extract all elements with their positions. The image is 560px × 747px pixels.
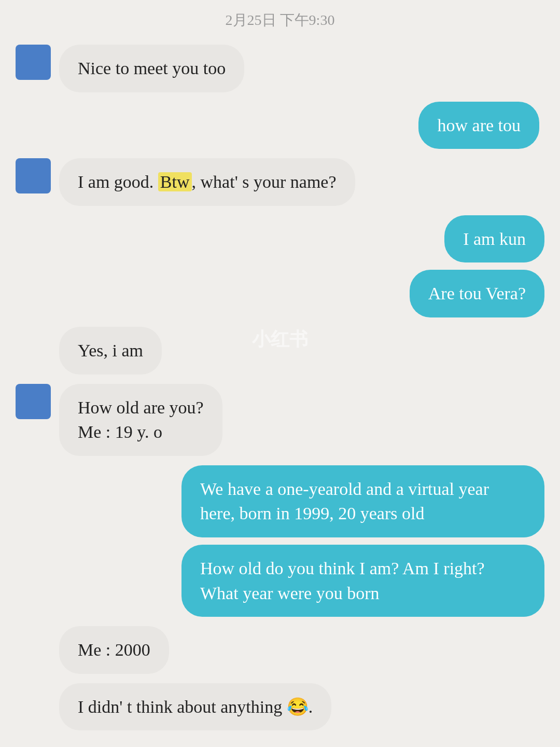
message-bubble: Me : 2000 xyxy=(59,626,169,674)
message-row: Nice to meet you too xyxy=(16,45,544,92)
message-row: how are tou xyxy=(16,102,544,149)
avatar xyxy=(16,45,51,80)
message-bubble: I didn' t think about anything 😂. xyxy=(59,683,331,731)
message-row: How old are you?Me : 19 y. o xyxy=(16,384,544,456)
message-bubble: Nice to meet you too xyxy=(59,45,244,92)
chat-container: 2月25日 下午9:30 Nice to meet you too how ar… xyxy=(0,0,560,741)
text-before: I am good. xyxy=(78,172,158,191)
left-message-group: Yes, i am xyxy=(59,327,544,375)
message-bubble: how are tou xyxy=(418,102,539,149)
right-message-group: We have a one-yearold and a virtual year… xyxy=(16,465,544,617)
message-bubble: We have a one-yearold and a virtual year… xyxy=(181,465,544,537)
avatar xyxy=(16,384,51,419)
message-bubble: How old do you think I am? Am I right? W… xyxy=(181,545,544,617)
message-bubble: I am kun xyxy=(444,215,544,263)
message-bubble: I am good. Btw, what' s your name? xyxy=(59,158,355,206)
left-message-group: I didn' t think about anything 😂. xyxy=(59,683,544,731)
message-bubble: Are tou Vera? xyxy=(410,270,544,317)
message-bubble: Yes, i am xyxy=(59,327,162,375)
avatar xyxy=(16,158,51,193)
right-message-group: I am kun Are tou Vera? xyxy=(16,215,544,317)
message-row: I am good. Btw, what' s your name? xyxy=(16,158,544,206)
timestamp: 2月25日 下午9:30 xyxy=(16,10,544,30)
message-bubble: How old are you?Me : 19 y. o xyxy=(59,384,222,456)
text-highlight: Btw xyxy=(158,172,192,191)
left-message-group: Me : 2000 xyxy=(59,626,544,674)
text-after: , what' s your name? xyxy=(192,172,337,191)
